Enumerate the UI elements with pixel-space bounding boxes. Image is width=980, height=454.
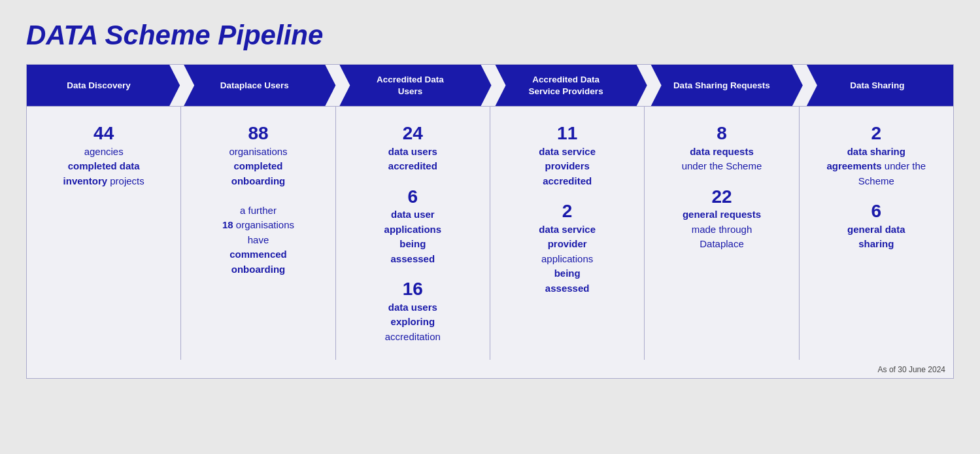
data-cell-4: 11 data service providers accredited 2 d…	[490, 107, 645, 360]
header-col5: Data Sharing Requests	[641, 65, 803, 106]
pipeline-container: Data Discovery Dataplace Users Accredite…	[26, 64, 954, 379]
data-cell-3: 24 data users accredited 6 data user app…	[336, 107, 490, 360]
header-col2: Dataplace Users	[173, 65, 335, 106]
page-title: DATA Scheme Pipeline	[26, 20, 954, 51]
header-col1: Data Discovery	[27, 65, 180, 106]
data-cell-1: 44 agencies completed data inventory pro…	[27, 107, 181, 360]
header-row: Data Discovery Dataplace Users Accredite…	[27, 65, 953, 106]
header-col6: Data Sharing	[796, 65, 953, 106]
header-col3: Accredited Data Users	[329, 65, 491, 106]
footer-note: As of 30 June 2024	[27, 360, 953, 378]
data-cell-5: 8 data requests under the Scheme 22 gene…	[645, 107, 799, 360]
header-col4: Accredited Data Service Providers	[485, 65, 647, 106]
data-row: 44 agencies completed data inventory pro…	[27, 106, 953, 360]
data-cell-6: 2 data sharing agreements under the Sche…	[800, 107, 953, 360]
data-cell-2: 88 organisations completed onboarding a …	[181, 107, 335, 360]
